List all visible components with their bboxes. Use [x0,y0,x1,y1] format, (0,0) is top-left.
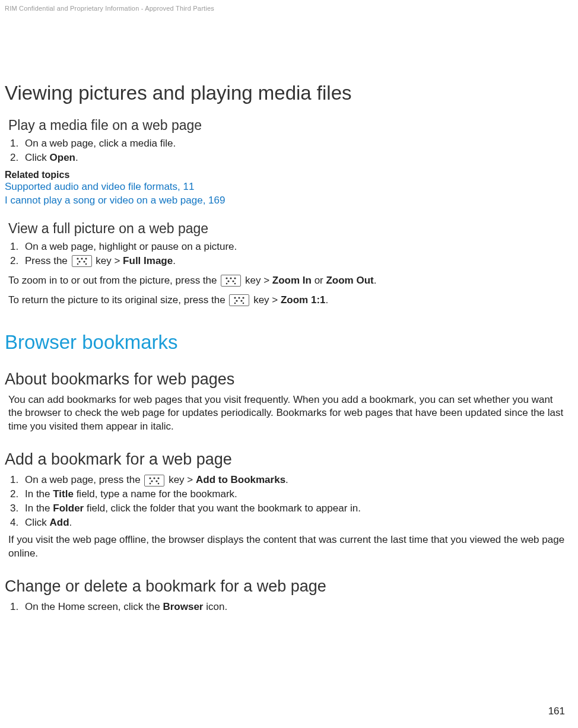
svg-point-13 [234,283,236,285]
svg-point-14 [234,297,236,298]
menu-key-icon [144,475,164,487]
text: Click [25,152,50,163]
list-item: In the Title field, type a name for the … [21,488,569,501]
text: key > [166,474,196,485]
svg-point-27 [158,483,160,485]
svg-point-26 [150,483,151,485]
svg-point-15 [239,297,240,298]
svg-point-24 [151,480,153,482]
menu-key-icon [221,275,241,287]
text: . [69,517,72,528]
text: field, type a name for the bookmark. [74,488,237,500]
list-item: In the Folder field, click the folder th… [21,502,569,516]
list-item: On a web page, press the key > Add to Bo… [21,473,569,487]
page-number: 161 [548,705,565,717]
text: Press the [25,255,71,266]
text: . [285,474,288,485]
text: icon. [203,601,227,612]
svg-point-19 [234,303,236,304]
list-item: On a web page, click a media file. [21,137,569,151]
bold-text: Browser [163,601,203,612]
svg-point-9 [234,278,236,279]
svg-point-7 [226,278,228,279]
list-item: On the Home screen, click the Browser ic… [21,600,569,614]
text: field, click the folder that you want th… [84,503,361,514]
svg-point-16 [243,297,244,298]
bold-text: Add to Bookmarks [196,474,285,485]
svg-point-17 [236,300,238,301]
bold-text: Zoom 1:1 [281,294,326,306]
list-item: Press the key > Full Image. [21,255,569,268]
text: . [173,255,176,266]
bold-text: Title [53,488,74,500]
confidential-header: RIM Confidential and Proprietary Informa… [5,5,569,12]
svg-point-1 [81,258,82,260]
play-media-steps: On a web page, click a media file. Click… [5,137,569,165]
about-bookmarks-body: You can add bookmarks for web pages that… [8,393,569,434]
offline-note: If you visit the web page offline, the b… [8,533,569,561]
text: or [312,275,326,286]
svg-point-18 [241,300,243,301]
text: . [326,294,329,306]
heading-browser-bookmarks: Browser bookmarks [5,331,569,354]
svg-point-21 [150,477,151,479]
bold-text: Open [50,152,75,163]
text: . [75,152,78,163]
text: key > [93,255,123,266]
svg-point-12 [226,283,228,285]
text: To zoom in to or out from the picture, p… [8,275,220,286]
list-item: Click Add. [21,516,569,530]
bold-text: Zoom Out [326,275,373,286]
menu-key-icon [72,255,92,267]
text: To return the picture to its original si… [8,294,228,306]
svg-point-3 [78,261,80,263]
list-item: Click Open. [21,151,569,165]
link-supported-formats[interactable]: Supported audio and video file formats, … [5,180,569,194]
svg-point-11 [233,281,234,282]
text: In the [25,488,53,500]
list-item: On a web page, highlight or pause on a p… [21,240,569,254]
text: In the [25,503,53,514]
heading-about-bookmarks: About bookmarks for web pages [5,370,569,389]
heading-view-full-picture: View a full picture on a web page [5,221,569,237]
svg-point-23 [158,477,160,479]
svg-point-10 [228,281,230,282]
view-picture-steps: On a web page, highlight or pause on a p… [5,240,569,268]
svg-point-8 [230,278,232,279]
svg-point-0 [77,258,78,260]
zoom-instruction: To zoom in to or out from the picture, p… [8,274,569,288]
related-topics-heading: Related topics [5,170,569,180]
heading-add-bookmark: Add a bookmark for a web page [5,450,569,469]
svg-point-4 [83,261,85,263]
svg-point-6 [85,263,87,265]
bold-text: Zoom In [272,275,312,286]
bold-text: Folder [53,503,84,514]
heading-viewing-pictures: Viewing pictures and playing media files [5,82,569,104]
menu-key-icon [229,294,249,306]
text: On a web page, press the [25,474,143,485]
text: key > [242,275,272,286]
text: On the Home screen, click the [25,601,163,612]
return-size-instruction: To return the picture to its original si… [8,294,569,307]
add-bookmark-steps: On a web page, press the key > Add to Bo… [5,473,569,530]
bold-text: Full Image [123,255,173,266]
svg-point-2 [85,258,87,260]
heading-change-delete-bookmark: Change or delete a bookmark for a web pa… [5,577,569,596]
change-bookmark-steps: On the Home screen, click the Browser ic… [5,600,569,614]
svg-point-5 [77,263,78,265]
svg-point-22 [154,477,155,479]
link-cannot-play[interactable]: I cannot play a song or video on a web p… [5,194,569,208]
text: . [374,275,377,286]
heading-play-media: Play a media file on a web page [5,117,569,133]
svg-point-20 [243,303,244,304]
text: Click [25,517,50,528]
svg-point-25 [156,480,158,482]
bold-text: Add [50,517,69,528]
text: key > [250,294,281,306]
